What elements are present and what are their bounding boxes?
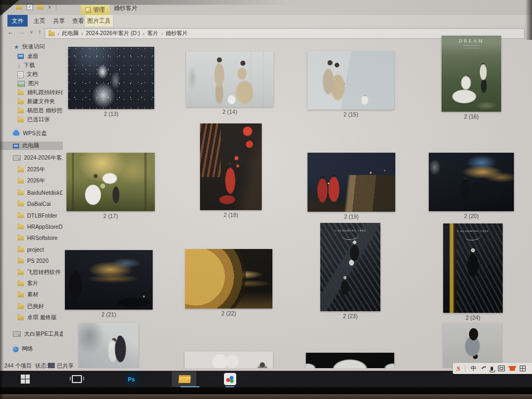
sidebar-item-label: project: [27, 246, 44, 253]
keyboard-icon[interactable]: [498, 365, 505, 371]
photo-thumbnail: A BLOOMING TREE: [443, 223, 503, 313]
quick-access-star-icon: [14, 44, 19, 51]
picture-tools-group-label: 管理: [93, 6, 105, 14]
sidebar-item-label: 网络: [22, 345, 33, 353]
sidebar-item-folder[interactable]: DaBaiCai: [0, 200, 63, 208]
file-2-24[interactable]: A BLOOMING TREE 2 (24): [443, 223, 503, 322]
tab-home[interactable]: 主页: [30, 15, 48, 27]
picture-tools-group[interactable]: 管理: [81, 5, 110, 15]
taskbar: Ps 深爱过的人怎么放手（原… 终于我们从熟悉到陌生#: [0, 371, 532, 387]
sidebar-item-folder[interactable]: 已选11张: [0, 115, 63, 124]
tab-share[interactable]: 共享: [50, 15, 68, 27]
sidebar-this-pc[interactable]: 此电脑: [0, 142, 63, 150]
sidebar-item-documents[interactable]: 文档: [0, 70, 63, 79]
folder-icon: [18, 225, 24, 229]
sidebar-item-folder[interactable]: PS 2020: [0, 256, 63, 265]
tab-file[interactable]: 文件: [7, 15, 28, 27]
sidebar-item-folder[interactable]: 客片: [0, 279, 63, 288]
sidebar-item-folder[interactable]: 杨思思 婚纱照转好: [0, 106, 63, 115]
photoshop-taskbar-button[interactable]: Ps: [124, 371, 138, 387]
sidebar-item-label: 下载: [24, 62, 35, 69]
file-label: 2 (24): [443, 314, 503, 322]
file-2-19[interactable]: 2 (19): [307, 153, 395, 221]
sidebar-network[interactable]: 网络: [0, 345, 63, 353]
tab-view[interactable]: 查看: [69, 15, 87, 27]
file-2-15[interactable]: 2 (15): [307, 51, 394, 119]
photo-thumbnail: [65, 250, 153, 310]
item-count: 244 个项目: [4, 362, 32, 370]
file-2-21[interactable]: 2 (21): [65, 250, 153, 319]
sidebar-item-label: 客片: [27, 280, 38, 287]
file-2-16[interactable]: DREAM 2 (16): [442, 36, 501, 121]
ime-divider: [465, 365, 466, 372]
pictures-icon: [18, 81, 25, 87]
file-2-14[interactable]: 2 (14): [186, 52, 273, 116]
sidebar-item-pictures[interactable]: 图片: [0, 79, 63, 88]
folder-icon: [18, 109, 24, 113]
sidebar-item-folder[interactable]: 飞思转档软件: [0, 268, 63, 277]
sidebar-item-folder[interactable]: 婚礼跟拍转好的: [0, 88, 63, 97]
sidebar-item-folder[interactable]: 已挑好: [0, 302, 63, 311]
sidebar-item-label: 新建文件夹: [27, 98, 55, 105]
sidebar-item-folder[interactable]: BaiduNetdiskDow: [0, 188, 63, 197]
sidebar-item-folder[interactable]: HRSoftstore: [0, 234, 63, 242]
photo-thumbnail: [307, 153, 395, 212]
sidebar-item-folder[interactable]: 素材: [0, 290, 63, 299]
file-explorer-taskbar-button[interactable]: [178, 371, 192, 387]
microphone-icon[interactable]: [491, 367, 493, 371]
sidebar-quick-access[interactable]: 快速访问: [0, 43, 63, 51]
sidebar-item-label: HRSoftstore: [27, 235, 57, 241]
sidebar-drive-e[interactable]: 大白菜PE工具盘 (E:): [0, 330, 63, 338]
handwriting-pen-icon[interactable]: [481, 366, 486, 371]
folder-icon: [18, 190, 24, 195]
file-2-23[interactable]: A BLOOMING TREE 2 (23): [320, 223, 380, 320]
file-2-20[interactable]: 2 (20): [429, 153, 514, 220]
sidebar-item-label: HRAppStoreDowr: [27, 223, 63, 230]
sidebar-item-downloads[interactable]: 下载: [0, 61, 63, 70]
sidebar-item-folder[interactable]: project: [0, 245, 63, 254]
sidebar-item-label: WPS云盘: [23, 130, 47, 137]
file-2-17[interactable]: 2 (17): [66, 153, 155, 220]
customize-qat-caret-icon[interactable]: [48, 4, 52, 10]
photo-thumbnail: [66, 153, 155, 211]
sidebar-item-folder[interactable]: 2026年: [0, 177, 63, 185]
wps-office-icon: [224, 373, 236, 385]
file-2-13[interactable]: 2 (13): [68, 47, 154, 118]
photo-thumbnail: DREAM: [442, 36, 501, 112]
photo-caption-text: A BLOOMING TREE: [443, 230, 503, 232]
sidebar-drive-d[interactable]: 2024-2026年客片 (D: [0, 154, 63, 162]
wps-taskbar-button[interactable]: [223, 371, 237, 387]
toolbox-grid-icon[interactable]: [520, 365, 526, 371]
ime-toolbar[interactable]: S 中: [453, 363, 532, 374]
download-icon: [18, 63, 21, 68]
start-button[interactable]: [19, 371, 31, 387]
sidebar-item-folder[interactable]: HRAppStoreDowr: [0, 222, 63, 231]
folder-icon: [18, 281, 24, 286]
sidebar-item-label: 此电脑: [22, 142, 39, 149]
photo-caption-text: A BLOOMING TREE: [320, 229, 380, 232]
ime-language-mode[interactable]: 中: [470, 365, 476, 371]
tab-picture-tools[interactable]: 图片工具: [85, 15, 113, 27]
sidebar-item-label: 婚礼跟拍转好的: [27, 89, 63, 96]
file-2-22[interactable]: 2 (22): [185, 249, 272, 318]
folder-icon: [18, 179, 24, 184]
skin-shirt-icon[interactable]: [510, 367, 515, 371]
sidebar-item-folder[interactable]: 2025年: [0, 165, 63, 174]
task-view-button[interactable]: [70, 371, 84, 387]
status-value: 已共享: [57, 362, 74, 370]
document-icon: [18, 71, 23, 78]
sidebar-item-folder[interactable]: 新建文件夹: [0, 97, 63, 106]
sidebar-wps-cloud[interactable]: WPS云盘: [0, 129, 63, 138]
file-2-18[interactable]: 2 (18): [200, 123, 262, 219]
file-label: 2 (14): [186, 109, 273, 116]
sidebar-item-folder[interactable]: DTLBFolder: [0, 211, 63, 220]
sogou-logo-icon[interactable]: S: [456, 365, 460, 372]
sidebar-item-folder[interactable]: 卓琪 最终版: [0, 313, 63, 322]
sidebar-item-label: 卓琪 最终版: [27, 314, 56, 321]
folder-icon: [18, 270, 24, 275]
task-view-icon: [72, 375, 82, 383]
sidebar-item-desktop[interactable]: 桌面: [0, 52, 63, 61]
status-bar: 244 个项目 状态: 已共享: [0, 360, 532, 371]
sidebar-item-label: 图片: [28, 80, 39, 87]
new-folder-icon[interactable]: [37, 5, 44, 10]
